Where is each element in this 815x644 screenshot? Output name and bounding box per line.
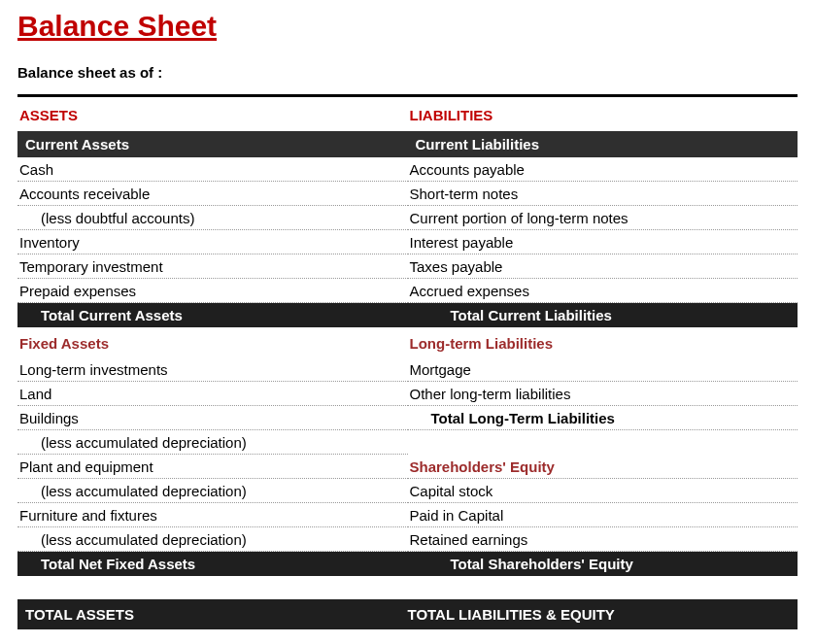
total-liabilities-equity: TOTAL LIABILITIES & EQUITY xyxy=(408,606,791,623)
current-row-5: Prepaid expenses Accrued expenses xyxy=(17,279,798,303)
asset-accounts-receivable: Accounts receivable xyxy=(17,182,408,206)
assets-heading: ASSETS xyxy=(17,103,408,131)
page-title: Balance Sheet xyxy=(17,10,798,43)
liab-other-lt: Other long-term liabilities xyxy=(408,382,798,406)
heading-row: ASSETS LIABILITIES xyxy=(17,103,798,131)
current-band: Current Assets Current Liabilities xyxy=(17,131,798,157)
total-current-assets: Total Current Assets xyxy=(17,303,408,327)
asset-plant-depr: (less accumulated depreciation) xyxy=(17,479,408,503)
asset-furniture: Furniture and fixtures xyxy=(17,503,408,527)
current-row-1: Accounts receivable Short-term notes xyxy=(17,182,798,206)
equity-capital-stock: Capital stock xyxy=(408,479,798,503)
asset-temp-investment: Temporary investment xyxy=(17,254,408,279)
fixed-row-6: Furniture and fixtures Paid in Capital xyxy=(17,503,798,527)
current-subtotal-row: Total Current Assets Total Current Liabi… xyxy=(17,303,798,327)
fixed-row-4: Plant and equipment Shareholders' Equity xyxy=(17,455,798,479)
liab-taxes-payable: Taxes payable xyxy=(408,254,798,279)
equity-paid-in-capital: Paid in Capital xyxy=(408,503,798,527)
asset-land: Land xyxy=(17,382,408,406)
total-assets: TOTAL ASSETS xyxy=(25,606,408,623)
asset-prepaid: Prepaid expenses xyxy=(17,279,408,303)
total-net-fixed-assets: Total Net Fixed Assets xyxy=(17,552,408,576)
second-heading-row: Fixed Assets Long-term Liabilities xyxy=(17,327,798,357)
blank-right-0 xyxy=(408,430,798,455)
shareholders-equity-heading: Shareholders' Equity xyxy=(408,455,798,479)
fixed-row-5: (less accumulated depreciation) Capital … xyxy=(17,479,798,503)
current-liabilities-band: Current Liabilities xyxy=(408,131,798,157)
total-shareholders-equity: Total Shareholders' Equity xyxy=(408,552,798,576)
current-row-0: Cash Accounts payable xyxy=(17,157,798,182)
fixed-row-7: (less accumulated depreciation) Retained… xyxy=(17,527,798,552)
total-lt-liabilities: Total Long-Term Liabilities xyxy=(408,406,798,430)
equity-retained-earnings: Retained earnings xyxy=(408,527,798,552)
liab-mortgage: Mortgage xyxy=(408,357,798,382)
longterm-liab-heading: Long-term Liabilities xyxy=(408,327,798,357)
top-rule xyxy=(17,94,798,97)
fixed-row-1: Land Other long-term liabilities xyxy=(17,382,798,406)
asset-less-doubtful: (less doubtful accounts) xyxy=(17,206,408,230)
totals-row: TOTAL ASSETS TOTAL LIABILITIES & EQUITY xyxy=(17,599,798,629)
total-current-liabilities: Total Current Liabilities xyxy=(408,303,798,327)
asset-furniture-depr: (less accumulated depreciation) xyxy=(17,527,408,552)
asset-cash: Cash xyxy=(17,157,408,182)
asset-lt-investments: Long-term investments xyxy=(17,357,408,382)
fixed-row-0: Long-term investments Mortgage xyxy=(17,357,798,382)
liabilities-heading: LIABILITIES xyxy=(408,103,798,131)
liab-interest-payable: Interest payable xyxy=(408,230,798,254)
fixed-row-2: Buildings Total Long-Term Liabilities xyxy=(17,406,798,430)
fixed-subtotal-row: Total Net Fixed Assets Total Shareholder… xyxy=(17,552,798,576)
as-of-label: Balance sheet as of : xyxy=(17,64,798,81)
asset-inventory: Inventory xyxy=(17,230,408,254)
liab-accrued: Accrued expenses xyxy=(408,279,798,303)
fixed-row-3: (less accumulated depreciation) xyxy=(17,430,798,455)
liab-short-term-notes: Short-term notes xyxy=(408,182,798,206)
asset-buildings-depr: (less accumulated depreciation) xyxy=(17,430,408,455)
liab-current-portion-lt: Current portion of long-term notes xyxy=(408,206,798,230)
current-row-2: (less doubtful accounts) Current portion… xyxy=(17,206,798,230)
fixed-assets-heading: Fixed Assets xyxy=(17,327,408,357)
current-row-3: Inventory Interest payable xyxy=(17,230,798,254)
current-row-4: Temporary investment Taxes payable xyxy=(17,254,798,279)
liab-accounts-payable: Accounts payable xyxy=(408,157,798,182)
current-assets-band: Current Assets xyxy=(17,131,408,157)
asset-buildings: Buildings xyxy=(17,406,408,430)
asset-plant-equipment: Plant and equipment xyxy=(17,455,408,479)
